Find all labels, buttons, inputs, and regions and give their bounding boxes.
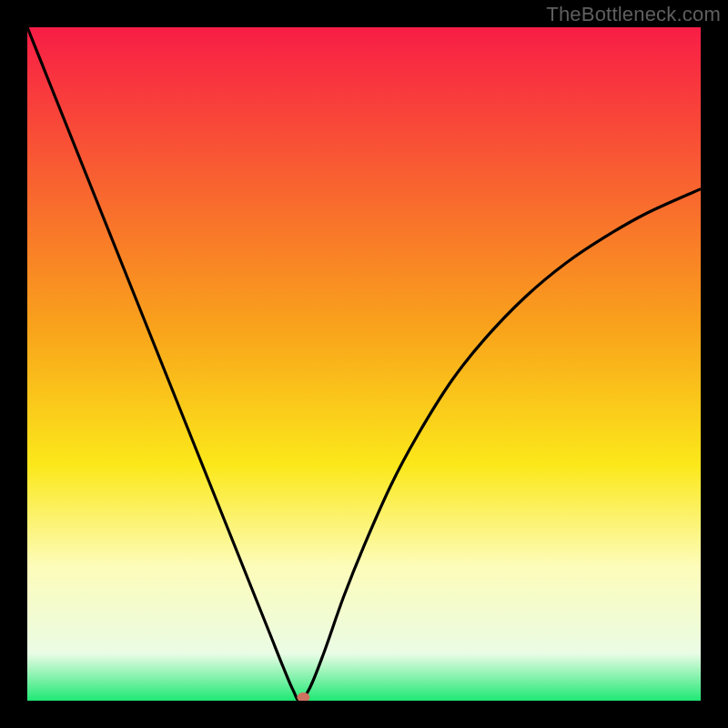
watermark-text: TheBottleneck.com [546,3,721,26]
gradient-background [27,27,701,701]
plot-svg [27,27,701,701]
plot-area [27,27,701,701]
chart-frame: TheBottleneck.com [0,0,728,728]
